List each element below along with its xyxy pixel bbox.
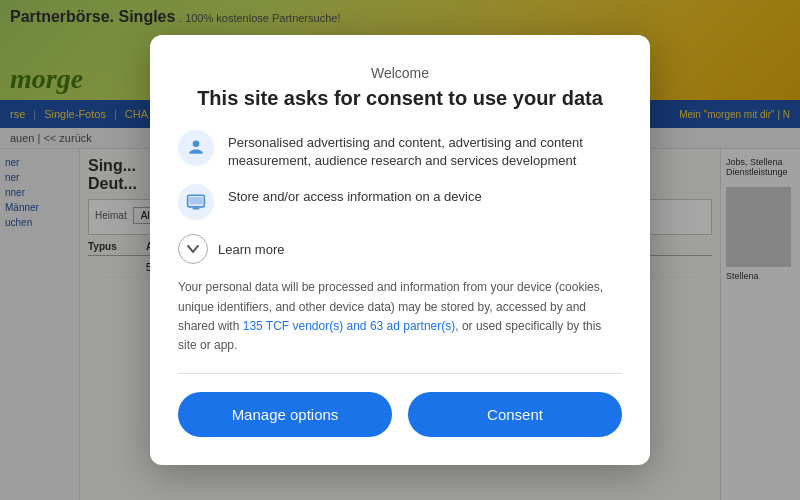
modal-title: This site asks for consent to use your d… [178,87,622,110]
svg-point-0 [193,140,200,147]
consent-button[interactable]: Consent [408,392,622,437]
vendor-link[interactable]: 135 TCF vendor(s) and 63 ad partner(s) [243,319,456,333]
svg-rect-4 [189,197,202,205]
person-icon-circle [178,130,214,166]
learn-more-label: Learn more [218,242,284,257]
manage-options-button[interactable]: Manage options [178,392,392,437]
modal-buttons: Manage options Consent [178,392,622,437]
monitor-icon [186,192,206,212]
consent-modal: Welcome This site asks for consent to us… [150,35,650,465]
advertising-text: Personalised advertising and content, ad… [228,130,622,170]
modal-divider [178,373,622,374]
consent-item-advertising: Personalised advertising and content, ad… [178,130,622,170]
person-icon [186,138,206,158]
device-text: Store and/or access information on a dev… [228,184,482,206]
expand-button[interactable] [178,234,208,264]
chevron-down-icon [186,242,200,256]
modal-subtitle: Welcome [178,65,622,81]
learn-more-row: Learn more [178,234,622,264]
monitor-icon-circle [178,184,214,220]
consent-item-device: Store and/or access information on a dev… [178,184,622,220]
modal-description: Your personal data will be processed and… [178,278,622,355]
